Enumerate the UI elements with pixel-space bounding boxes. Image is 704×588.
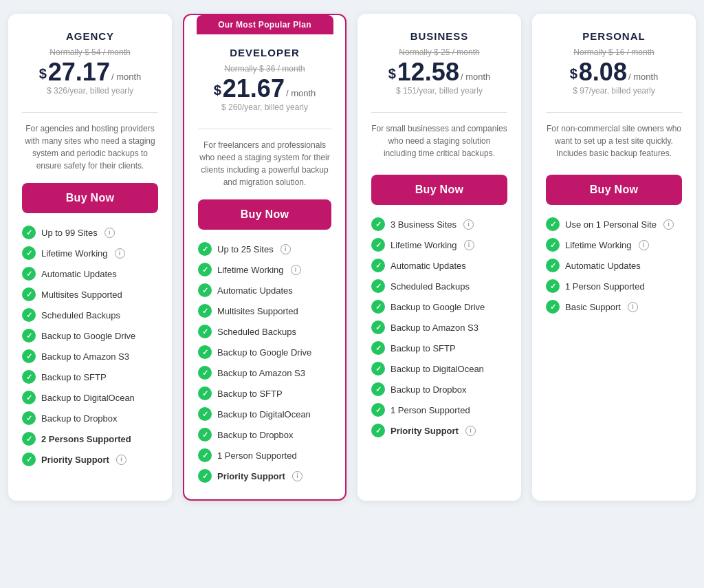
buy-button-business[interactable]: Buy Now [371,175,507,205]
feature-item: ✓ Backup to DigitalOcean [198,407,331,421]
plan-normal-price-business: Normally $ 25 / month [371,47,507,57]
feature-item: ✓ Scheduled Backups [22,308,158,322]
plan-card-personal: PERSONALNormally $ 16 / month $ 8.08 / m… [532,14,696,501]
plan-card-business: BUSINESSNormally $ 25 / month $ 12.58 / … [358,14,521,501]
info-icon[interactable]: i [663,219,674,230]
info-icon[interactable]: i [292,471,302,481]
feature-text: Backup to Google Drive [217,347,311,358]
feature-text: Backup to SFTP [41,372,107,382]
plan-dollar-agency: $ [39,66,47,82]
feature-text: Backup to DigitalOcean [217,409,311,420]
feature-item: ✓ 1 Person Supported [198,448,331,462]
feature-item: ✓ Use on 1 Personal Site i [546,217,682,231]
feature-item: ✓ Backup to SFTP [198,386,331,400]
plan-period-business: / month [461,72,490,82]
feature-list-personal: ✓ Use on 1 Personal Site i ✓ Lifetime Wo… [546,217,682,314]
check-icon: ✓ [546,238,560,252]
feature-item: ✓ Automatic Updates [198,283,331,297]
plan-normal-price-developer: Normally $ 36 / month [198,64,331,74]
plan-dollar-business: $ [388,66,396,82]
info-icon[interactable]: i [465,426,476,436]
check-icon: ✓ [371,217,385,231]
feature-item: ✓ Backup to DigitalOcean [371,362,507,375]
check-icon: ✓ [198,469,212,483]
feature-text: Scheduled Backups [217,327,296,337]
feature-item: ✓ Backup to Google Drive [22,329,158,342]
feature-item: ✓ Backup to Amazon S3 [198,366,331,380]
buy-button-agency[interactable]: Buy Now [22,183,158,213]
plan-amount-agency: 27.17 [48,60,110,85]
plan-yearly-personal: $ 97/year, billed yearly [546,86,682,96]
plan-price-row-business: $ 12.58 / month [371,60,507,85]
info-icon[interactable]: i [628,302,638,312]
check-icon: ✓ [22,370,36,384]
feature-item: ✓ Backup to SFTP [371,341,507,355]
plan-header-personal: PERSONALNormally $ 16 / month $ 8.08 / m… [546,30,682,113]
feature-text: Up to 99 Sites [41,228,98,238]
plan-name-developer: DEVELOPER [198,47,331,58]
feature-item: ✓ Up to 99 Sites i [22,226,158,239]
feature-text: Automatic Updates [41,269,117,279]
info-icon[interactable]: i [639,240,649,250]
feature-item: ✓ Backup to Amazon S3 [22,349,158,363]
check-icon: ✓ [546,259,560,272]
feature-text: Backup to Amazon S3 [390,323,478,333]
check-icon: ✓ [22,226,36,239]
check-icon: ✓ [546,279,560,293]
feature-item: ✓ Lifetime Working i [198,263,331,276]
info-icon[interactable]: i [464,240,474,250]
check-icon: ✓ [22,453,36,466]
feature-item: ✓ Automatic Updates [22,267,158,281]
feature-text: Automatic Updates [217,285,293,296]
feature-item: ✓ Up to 25 Sites i [198,242,331,256]
feature-item: ✓ Priority Support i [198,469,331,483]
feature-item: ✓ Backup to Dropbox [198,428,331,442]
feature-text: Priority Support [217,471,285,481]
check-icon: ✓ [198,263,212,276]
feature-text: Backup to Dropbox [390,384,467,395]
buy-button-developer[interactable]: Buy Now [198,199,331,230]
feature-item: ✓ Basic Support i [546,300,682,314]
feature-text: Multisites Supported [41,290,122,300]
feature-text: Automatic Updates [565,261,641,271]
plan-dollar-personal: $ [570,66,578,82]
pricing-grid: AGENCYNormally $ 54 / month $ 27.17 / mo… [8,14,696,501]
feature-item: ✓ Lifetime Working i [546,238,682,252]
check-icon: ✓ [371,403,385,417]
check-icon: ✓ [22,287,36,301]
check-icon: ✓ [371,320,385,334]
info-icon[interactable]: i [291,265,301,275]
check-icon: ✓ [22,329,36,342]
feature-text: Backup to DigitalOcean [41,393,135,403]
info-icon[interactable]: i [104,228,115,238]
info-icon[interactable]: i [280,244,291,254]
feature-text: Scheduled Backups [41,310,120,320]
feature-text: Lifetime Working [390,240,457,250]
feature-text: Use on 1 Personal Site [565,219,657,230]
feature-list-developer: ✓ Up to 25 Sites i ✓ Lifetime Working i … [198,242,331,483]
plan-amount-personal: 8.08 [579,60,627,85]
feature-item: ✓ 1 Person Supported [371,403,507,417]
feature-text: Backup to Google Drive [41,331,135,341]
feature-text: Scheduled Backups [390,281,470,292]
check-icon: ✓ [198,283,212,297]
check-icon: ✓ [371,382,385,396]
feature-item: ✓ Backup to Dropbox [22,411,158,425]
feature-item: ✓ Backup to Dropbox [371,382,507,396]
feature-text: Backup to Amazon S3 [217,368,305,378]
feature-item: ✓ Priority Support i [371,424,507,437]
check-icon: ✓ [371,424,385,437]
feature-list-agency: ✓ Up to 99 Sites i ✓ Lifetime Working i … [22,226,158,466]
feature-text: Lifetime Working [217,265,284,275]
check-icon: ✓ [371,300,385,314]
plan-dollar-developer: $ [214,83,221,98]
feature-item: ✓ Scheduled Backups [198,325,331,338]
buy-button-personal[interactable]: Buy Now [546,175,682,205]
info-icon[interactable]: i [116,455,126,465]
feature-text: Backup to Dropbox [41,413,118,424]
check-icon: ✓ [371,362,385,375]
info-icon[interactable]: i [115,248,125,259]
plan-amount-business: 12.58 [397,60,459,85]
info-icon[interactable]: i [463,219,474,230]
plan-desc-personal: For non-commercial site owners who want … [546,122,682,164]
